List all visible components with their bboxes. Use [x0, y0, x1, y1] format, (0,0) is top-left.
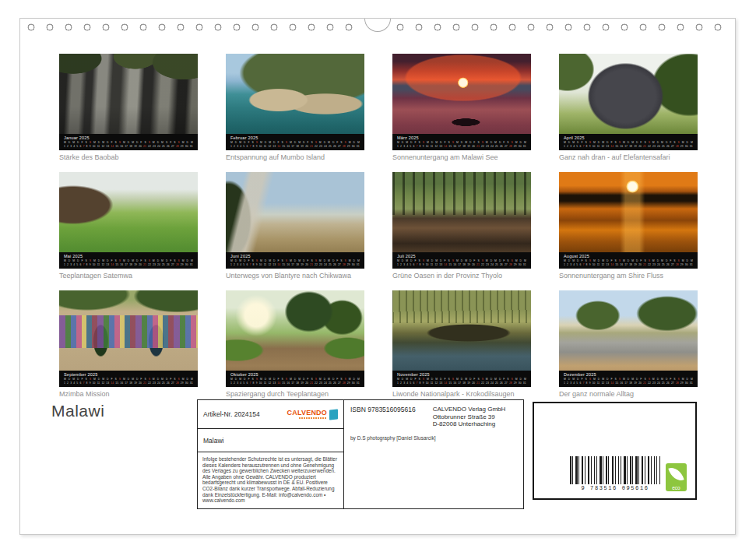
month-cell-march: März 2025 MDMDFSSMDMDFSSMDMDFSSMDMDFSSMD… [392, 54, 531, 162]
strip-dates: 1234567891011121314151617181920212223242… [564, 145, 693, 149]
mini-calendar-strip: Januar 2025 MDMDFSSMDMDFSSMDMDFSSMDMDFSS… [59, 134, 198, 150]
month-caption: Grüne Oasen in der Provinz Thyolo [392, 272, 531, 280]
mini-calendar-strip: August 2025 MDMDFSSMDMDFSSMDMDFSSMDMDFSS… [559, 252, 698, 269]
photo-mumbo-island: Februar 2025 MDMDFSSMDMDFSSMDMDFSSMDMDFS… [226, 54, 364, 150]
strip-dates: 1234567891011121314151617181920212223242… [64, 382, 193, 385]
strip-dates: 1234567891011121314151617181920212223242… [397, 382, 526, 385]
month-caption: Mzimba Mission [59, 390, 198, 399]
spiral-binding-holes-left [22, 23, 363, 32]
strip-dates: 1234567891011121314151617181920212223242… [564, 263, 693, 267]
photo-lake-sunset: März 2025 MDMDFSSMDMDFSSMDMDFSSMDMDFSSMD… [392, 54, 531, 150]
calendar-sheet: Januar 2025 MDMDFSSMDMDFSSMDMDFSSMDMDFSS… [19, 18, 736, 535]
isbn-number: ISBN 9783516095616 [350, 406, 416, 428]
month-caption: Ganz nah dran - auf Elefantensafari [559, 153, 698, 162]
month-cell-june: Juni 2025 MDMDFSSMDMDFSSMDMDFSSMDMDFSSMD… [226, 172, 364, 280]
photo-elephant: April 2025 MDMDFSSMDMDFSSMDMDFSSMDMDFSSM… [559, 54, 698, 150]
month-cell-december: Dezember 2025 MDMDFSSMDMDFSSMDMDFSSMDMDF… [559, 290, 698, 399]
strip-month-label: Juli 2025 [397, 254, 526, 258]
strip-month-label: Mai 2025 [64, 254, 193, 258]
product-info-table: Artikel-Nr. 2024154 CALVENDO Malawi Info… [197, 399, 524, 509]
month-cell-january: Januar 2025 MDMDFSSMDMDFSSMDMDFSSMDMDFSS… [59, 54, 198, 162]
month-caption: Sonnenuntergang am Shire Fluss [559, 272, 698, 280]
mini-calendar-strip: Oktober 2025 MDMDFSSMDMDFSSMDMDFSSMDMDFS… [226, 371, 364, 387]
photo-mission-dancers: September 2025 MDMDFSSMDMDFSSMDMDFSSMDMD… [59, 290, 198, 387]
legal-text: Infolge bestehender Schutzrechte ist es … [198, 452, 343, 508]
strip-month-label: Februar 2025 [230, 135, 360, 140]
mini-calendar-strip: April 2025 MDMDFSSMDMDFSSMDMDFSSMDMDFSSM… [559, 134, 698, 150]
strip-dates: 1234567891011121314151617181920212223242… [564, 382, 693, 385]
month-cell-february: Februar 2025 MDMDFSSMDMDFSSMDMDFSSMDMDFS… [226, 54, 364, 162]
month-caption: Stärke des Baobab [59, 153, 198, 162]
month-caption: Liwonde Nationalpark - Krokodilsaugen [392, 390, 531, 399]
strip-month-label: November 2025 [397, 372, 526, 377]
mini-calendar-strip: September 2025 MDMDFSSMDMDFSSMDMDFSSMDMD… [59, 371, 198, 387]
eco-logo: eco [666, 463, 687, 491]
month-cell-september: September 2025 MDMDFSSMDMDFSSMDMDFSSMDMD… [59, 290, 198, 399]
strip-dates: 1234567891011121314151617181920212223242… [64, 145, 193, 149]
photo-river-sunset: August 2025 MDMDFSSMDMDFSSMDMDFSSMDMDFSS… [559, 172, 698, 269]
mini-calendar-strip: Dezember 2025 MDMDFSSMDMDFSSMDMDFSSMDMDF… [559, 371, 698, 387]
photo-forest: Juli 2025 MDMDFSSMDMDFSSMDMDFSSMDMDFSSMD… [392, 172, 531, 269]
calendar-title: Malawi [198, 429, 343, 452]
info-pane-left: Artikel-Nr. 2024154 CALVENDO Malawi Info… [198, 400, 344, 508]
photo-crocodile: November 2025 MDMDFSSMDMDFSSMDMDFSSMDMDF… [392, 290, 531, 387]
photo-tea-walk: Oktober 2025 MDMDFSSMDMDFSSMDMDFSSMDMDFS… [226, 290, 364, 387]
month-cell-august: August 2025 MDMDFSSMDMDFSSMDMDFSSMDMDFSS… [559, 172, 698, 280]
photo-tea-plantation: Mai 2025 MDMDFSSMDMDFSSMDMDFSSMDMDFSSMDM… [59, 172, 198, 269]
mini-calendar-strip: Juli 2025 MDMDFSSMDMDFSSMDMDFSSMDMDFSSMD… [392, 252, 531, 269]
month-caption: Spaziergang durch Teeplantagen [226, 390, 364, 399]
mini-calendar-strip: Juni 2025 MDMDFSSMDMDFSSMDMDFSSMDMDFSSMD… [226, 252, 364, 269]
strip-dates: 1234567891011121314151617181920212223242… [397, 263, 526, 267]
strip-dates: 1234567891011121314151617181920212223242… [230, 145, 360, 149]
strip-month-label: Dezember 2025 [564, 372, 693, 377]
calendar-back-page: Januar 2025 MDMDFSSMDMDFSSMDMDFSSMDMDFSS… [0, 0, 756, 545]
calvendo-tagline [299, 417, 327, 420]
month-cell-november: November 2025 MDMDFSSMDMDFSSMDMDFSSMDMDF… [392, 290, 531, 399]
hanger-cutout [364, 19, 391, 32]
month-cell-april: April 2025 MDMDFSSMDMDFSSMDMDFSSMDMDFSSM… [559, 54, 698, 162]
article-number: Artikel-Nr. 2024154 [203, 410, 260, 418]
strip-month-label: März 2025 [397, 135, 526, 140]
strip-month-label: April 2025 [564, 135, 693, 140]
photo-baobab: Januar 2025 MDMDFSSMDMDFSSMDMDFSSMDMDFSS… [59, 54, 198, 150]
month-caption: Teeplantagen Satemwa [59, 272, 198, 280]
strip-month-label: Juni 2025 [230, 254, 360, 258]
leaf-icon [668, 465, 684, 483]
strip-dates: 1234567891011121314151617181920212223242… [230, 263, 360, 267]
strip-month-label: September 2025 [64, 372, 193, 377]
strip-dates: 1234567891011121314151617181920212223242… [397, 145, 526, 149]
spiral-binding-holes-right [391, 23, 732, 32]
barcode-box: 9 783516 095616 eco [533, 402, 697, 500]
page-title: Malawi [51, 402, 104, 420]
publisher-address: CALVENDO Verlag GmbH Ottobrunner Straße … [433, 406, 506, 428]
photographer-credit: by D.S photography [Daniel Slusarcik] [350, 435, 517, 441]
calvendo-page-icon [329, 409, 338, 420]
month-cell-october: Oktober 2025 MDMDFSSMDMDFSSMDMDFSSMDMDFS… [226, 290, 364, 399]
strip-month-label: Oktober 2025 [230, 372, 360, 377]
info-pane-right: ISBN 9783516095616 CALVENDO Verlag GmbH … [344, 400, 523, 508]
month-caption: Unterwegs von Blantyre nach Chikwawa [226, 272, 364, 280]
mini-calendar-strip: März 2025 MDMDFSSMDMDFSSMDMDFSSMDMDFSSMD… [392, 134, 531, 150]
calvendo-logo: CALVENDO [287, 410, 338, 420]
month-caption: Sonnenuntergang am Malawi See [392, 153, 531, 162]
strip-month-label: Januar 2025 [64, 135, 193, 140]
strip-month-label: August 2025 [564, 254, 693, 258]
photo-road-view: Juni 2025 MDMDFSSMDMDFSSMDMDFSSMDMDFSSMD… [226, 172, 364, 269]
strip-dates: 1234567891011121314151617181920212223242… [230, 382, 360, 385]
month-caption: Entspannung auf Mumbo Island [226, 153, 364, 162]
barcode-digits: 9 783516 095616 [581, 485, 649, 491]
photo-daily-life: Dezember 2025 MDMDFSSMDMDFSSMDMDFSSMDMDF… [559, 290, 698, 387]
eco-label: eco [666, 485, 687, 490]
ean-barcode [570, 456, 660, 484]
month-cell-july: Juli 2025 MDMDFSSMDMDFSSMDMDFSSMDMDFSSMD… [392, 172, 531, 280]
article-number-row: Artikel-Nr. 2024154 CALVENDO [198, 400, 343, 429]
mini-calendar-strip: Mai 2025 MDMDFSSMDMDFSSMDMDFSSMDMDFSSMDM… [59, 252, 198, 269]
months-grid: Januar 2025 MDMDFSSMDMDFSSMDMDFSSMDMDFSS… [59, 54, 699, 399]
month-cell-may: Mai 2025 MDMDFSSMDMDFSSMDMDFSSMDMDFSSMDM… [59, 172, 198, 280]
month-caption: Der ganz normale Alltag [559, 390, 698, 399]
mini-calendar-strip: Februar 2025 MDMDFSSMDMDFSSMDMDFSSMDMDFS… [226, 134, 364, 150]
strip-dates: 1234567891011121314151617181920212223242… [64, 263, 193, 267]
calvendo-wordmark: CALVENDO [287, 410, 327, 417]
mini-calendar-strip: November 2025 MDMDFSSMDMDFSSMDMDFSSMDMDF… [392, 371, 531, 387]
